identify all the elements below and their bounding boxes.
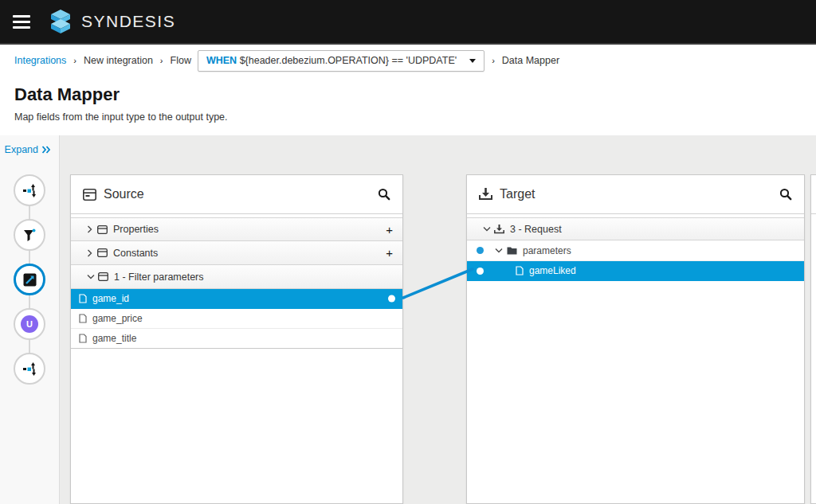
expand-label: Expand [5, 144, 38, 155]
field-label: game_id [92, 293, 129, 304]
syndesis-logo-icon [48, 8, 73, 35]
breadcrumb-new-integration: New integration [84, 55, 153, 66]
source-doc-icon [98, 272, 108, 281]
filter-icon [23, 229, 36, 242]
chevron-right-icon: › [73, 56, 76, 65]
breadcrumb-integrations[interactable]: Integrations [14, 55, 66, 66]
flow-condition-keyword: WHEN [206, 55, 237, 66]
source-tree: Properties + Constants + 1 - Filter para… [71, 214, 402, 349]
expand-button[interactable]: Expand [5, 144, 51, 155]
masthead: SYNDESIS [0, 0, 816, 45]
connection-point[interactable] [477, 268, 484, 275]
target-doc-icon [494, 225, 504, 234]
field-label: game_price [92, 313, 143, 324]
data-mapper-canvas: Source Properties + Constants + [60, 135, 816, 504]
breadcrumb-current: Data Mapper [502, 55, 559, 66]
connection-point[interactable] [388, 295, 395, 303]
folder-icon [507, 246, 517, 255]
target-panel: Target 3 - Request parameters [466, 174, 805, 504]
detail-panel-sliver [810, 174, 816, 504]
chevron-down-icon [495, 248, 503, 253]
chevron-right-icon: › [160, 56, 163, 65]
detail-panel-header [811, 175, 816, 214]
folder-label: parameters [523, 245, 571, 256]
page-subtitle: Map fields from the input type to the ou… [14, 111, 802, 123]
breadcrumb-flow: Flow [171, 55, 191, 66]
target-document-header[interactable]: 3 - Request [467, 217, 804, 240]
source-group-properties[interactable]: Properties + [71, 217, 402, 241]
chevron-down-icon [469, 59, 476, 63]
target-icon [479, 188, 492, 201]
connection-point[interactable] [477, 247, 484, 254]
group-label: Properties [113, 224, 386, 235]
target-panel-header: Target [467, 175, 804, 214]
page-heading: Data Mapper Map fields from the input ty… [0, 76, 816, 135]
breadcrumb: Integrations › New integration › Flow WH… [0, 45, 816, 76]
source-panel-header: Source [71, 175, 402, 214]
source-document-header[interactable]: 1 - Filter parameters [71, 265, 402, 289]
chevron-right-icon [87, 225, 92, 233]
chevron-down-icon [483, 226, 491, 232]
document-icon [79, 294, 87, 303]
add-property-button[interactable]: + [386, 224, 393, 236]
step-rail: Expand [0, 135, 60, 504]
source-doc-icon [97, 248, 108, 257]
document-icon [79, 314, 87, 323]
chevron-right-icon [87, 249, 92, 257]
target-field-game-liked[interactable]: gameLiked [467, 261, 804, 281]
step-data-mapper[interactable] [14, 264, 45, 295]
source-panel: Source Properties + Constants + [70, 174, 403, 504]
search-icon[interactable] [378, 188, 390, 201]
group-label: Constants [113, 248, 386, 259]
data-mapper-icon [23, 273, 37, 287]
data-type-icon [23, 362, 37, 376]
step-data-type-2[interactable] [14, 353, 45, 385]
source-field-game-id[interactable]: game_id [71, 289, 402, 309]
source-panel-title: Source [104, 187, 378, 201]
field-label: gameLiked [529, 265, 576, 276]
chevron-down-icon [87, 274, 95, 279]
document-label: 1 - Filter parameters [114, 272, 393, 283]
document-icon [516, 266, 524, 275]
letter-avatar: U [21, 315, 38, 333]
step-data-type-1[interactable] [14, 174, 45, 206]
target-folder-parameters[interactable]: parameters [467, 240, 804, 261]
source-field-game-price[interactable]: game_price [71, 309, 402, 329]
source-doc-icon [97, 225, 108, 234]
brand[interactable]: SYNDESIS [48, 8, 175, 35]
field-label: game_title [92, 333, 136, 344]
chevron-right-icon: › [492, 56, 495, 65]
page-title: Data Mapper [14, 84, 802, 105]
menu-icon[interactable] [13, 15, 30, 29]
data-type-icon [23, 184, 37, 197]
double-chevron-right-icon [41, 146, 51, 154]
step-filter[interactable] [14, 219, 45, 251]
search-icon[interactable] [779, 188, 792, 201]
flow-condition-expression: ${header.debezium.OPERATION} == 'UDPDATE… [240, 55, 457, 66]
source-field-game-title[interactable]: game_title [71, 329, 402, 349]
source-group-constants[interactable]: Constants + [71, 241, 402, 265]
source-icon [83, 189, 96, 201]
add-constant-button[interactable]: + [386, 247, 393, 259]
brand-name: SYNDESIS [81, 12, 175, 31]
document-label: 3 - Request [510, 224, 794, 235]
target-tree: 3 - Request parameters gameLiked [467, 214, 804, 281]
target-panel-title: Target [500, 187, 779, 201]
flow-condition-dropdown[interactable]: WHEN ${header.debezium.OPERATION} == 'UD… [198, 50, 484, 72]
step-custom[interactable]: U [14, 308, 45, 340]
document-icon [79, 334, 87, 343]
